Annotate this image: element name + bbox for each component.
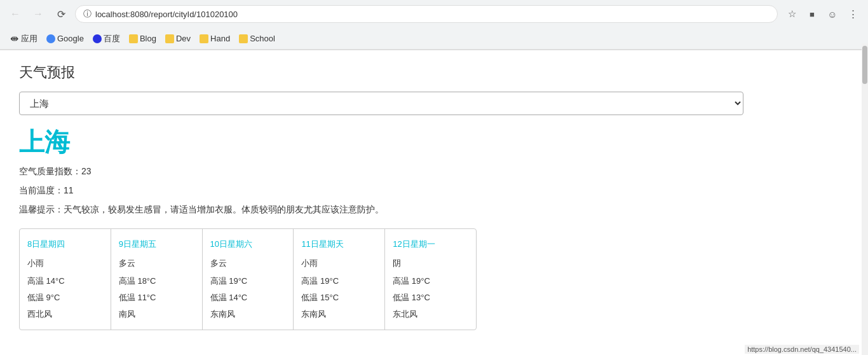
apps-grid-icon: ⇼ (10, 32, 18, 45)
bookmark-hand[interactable]: Hand (196, 32, 234, 45)
menu-button[interactable]: ⋮ (844, 5, 862, 23)
card-wind: 东南风 (210, 309, 286, 320)
bookmark-blog[interactable]: Blog (125, 32, 160, 45)
weather-card: 10日星期六 多云 高温 19°C 低温 14°C 东南风 (203, 229, 294, 330)
card-date: 11日星期天 (301, 239, 377, 250)
card-date: 8日星期四 (27, 239, 103, 250)
extensions-button[interactable]: ■ (803, 5, 821, 23)
apps-label: 应用 (21, 33, 37, 45)
card-wind: 东北风 (393, 309, 468, 320)
card-low: 低温 13°C (393, 292, 468, 303)
google-icon (46, 34, 55, 43)
page-title: 天气预报 (19, 63, 743, 82)
weather-card: 12日星期一 阴 高温 19°C 低温 13°C 东北风 (385, 229, 476, 330)
card-date: 9日星期五 (119, 239, 194, 250)
card-weather: 小雨 (27, 258, 103, 269)
bookmark-google-label: Google (57, 34, 84, 43)
tip-text: 天气较凉，较易发生感冒，请适当增加衣服。体质较弱的朋友尤其应该注意防护。 (64, 204, 384, 214)
card-low: 低温 14°C (210, 292, 286, 303)
card-high: 高温 19°C (393, 275, 468, 287)
folder-dev-icon (165, 34, 174, 43)
back-button[interactable]: ← (6, 5, 24, 23)
forward-button[interactable]: → (29, 5, 47, 23)
tip-info: 温馨提示：天气较凉，较易发生感冒，请适当增加衣服。体质较弱的朋友尤其应该注意防护… (19, 204, 743, 216)
card-wind: 西北风 (27, 309, 103, 320)
browser-toolbar: ← → ⟳ ⓘ ☆ ■ ☺ ⋮ (0, 0, 868, 28)
scrollbar-thumb[interactable] (862, 46, 867, 84)
page-content: 天气预报 上海 北京 广州 上海 空气质量指数：23 当前温度：11 温馨提示：… (0, 50, 763, 343)
weather-card: 11日星期天 小雨 高温 19°C 低温 15°C 东南风 (294, 229, 385, 330)
city-select[interactable]: 上海 北京 广州 (19, 92, 743, 115)
bookmark-dev-label: Dev (176, 34, 191, 43)
folder-school-icon (239, 34, 248, 43)
temp-label: 当前温度： (19, 185, 64, 195)
card-weather: 小雨 (301, 258, 377, 269)
card-high: 高温 19°C (301, 275, 377, 287)
card-high: 高温 19°C (210, 275, 286, 287)
weather-card: 8日星期四 小雨 高温 14°C 低温 9°C 西北风 (20, 229, 111, 330)
aqi-value: 23 (81, 166, 92, 176)
tip-label: 温馨提示： (19, 204, 64, 214)
folder-blog-icon (129, 34, 138, 43)
card-date: 10日星期六 (210, 239, 286, 250)
card-low: 低温 9°C (27, 292, 103, 303)
aqi-info: 空气质量指数：23 (19, 166, 743, 178)
bookmark-baidu[interactable]: 百度 (89, 31, 124, 46)
weather-card: 9日星期五 多云 高温 18°C 低温 11°C 南风 (111, 229, 203, 330)
card-weather: 多云 (119, 258, 194, 269)
aqi-label: 空气质量指数： (19, 166, 81, 176)
bookmark-blog-label: Blog (140, 34, 156, 43)
bookmark-school[interactable]: School (235, 32, 279, 45)
bookmarks-bar: ⇼ 应用 Google 百度 Blog Dev Hand School (0, 28, 868, 50)
browser-actions: ☆ ■ ☺ ⋮ (783, 5, 862, 23)
address-bar: ⓘ (75, 5, 778, 23)
city-name-display: 上海 (19, 125, 743, 160)
card-high: 高温 14°C (27, 275, 103, 287)
reload-button[interactable]: ⟳ (52, 5, 70, 23)
card-low: 低温 11°C (119, 292, 194, 303)
card-wind: 东南风 (301, 309, 377, 320)
temp-info: 当前温度：11 (19, 185, 743, 197)
bookmark-baidu-label: 百度 (104, 33, 120, 45)
bookmark-dev[interactable]: Dev (161, 32, 194, 45)
weather-cards: 8日星期四 小雨 高温 14°C 低温 9°C 西北风 9日星期五 多云 高温 … (19, 228, 477, 330)
folder-hand-icon (200, 34, 208, 43)
bookmark-star-button[interactable]: ☆ (783, 5, 801, 23)
apps-button[interactable]: ⇼ 应用 (6, 31, 41, 46)
bookmark-hand-label: Hand (210, 34, 230, 43)
card-date: 12日星期一 (393, 239, 468, 250)
card-weather: 阴 (393, 258, 468, 269)
card-low: 低温 15°C (301, 292, 377, 303)
scrollbar[interactable] (862, 43, 868, 343)
card-weather: 多云 (210, 258, 286, 269)
card-wind: 南风 (119, 309, 194, 320)
profile-button[interactable]: ☺ (824, 5, 841, 23)
card-high: 高温 18°C (119, 275, 194, 287)
bookmark-school-label: School (250, 34, 275, 43)
temp-value: 11 (64, 185, 74, 195)
baidu-icon (93, 34, 102, 43)
browser-chrome: ← → ⟳ ⓘ ☆ ■ ☺ ⋮ ⇼ 应用 Google 百度 Blog (0, 0, 868, 50)
lock-icon: ⓘ (83, 8, 92, 20)
address-input[interactable] (95, 10, 770, 19)
bookmark-google[interactable]: Google (43, 32, 88, 45)
